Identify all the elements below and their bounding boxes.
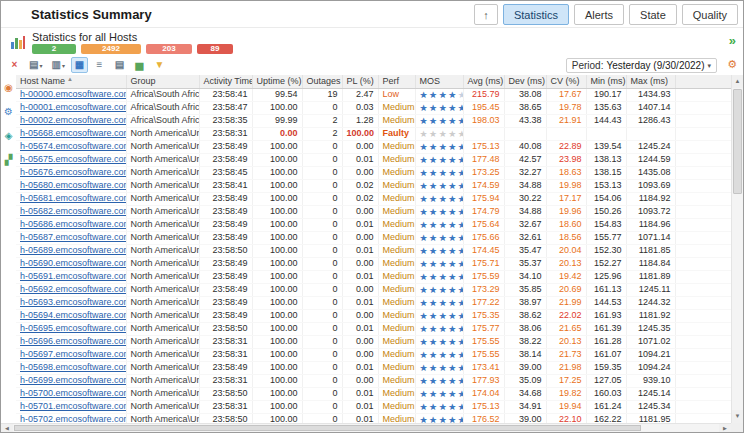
hosts-button[interactable]: ◉ <box>1 75 16 99</box>
host-link[interactable]: h-00001.emcosoftware.com <box>20 102 126 112</box>
badge-medium-count[interactable]: 2492 <box>81 44 141 54</box>
table-row[interactable]: h-05701.emcosoftware.comNorth America\Un… <box>16 400 731 413</box>
host-link[interactable]: h-05692.emcosoftware.com <box>20 284 126 294</box>
tab-alerts[interactable]: Alerts <box>574 4 624 25</box>
host-link[interactable]: h-05699.emcosoftware.com <box>20 375 126 385</box>
horizontal-scrollbar[interactable]: ◀ ▶ <box>1 423 731 432</box>
table-row[interactable]: h-05682.emcosoftware.comNorth America\Un… <box>16 205 731 218</box>
badge-good-count[interactable]: 2 <box>32 44 76 54</box>
host-link[interactable]: h-05686.emcosoftware.com <box>20 219 126 229</box>
vertical-scroll-thumb[interactable] <box>733 89 742 194</box>
table-row[interactable]: h-05698.emcosoftware.comNorth America\Un… <box>16 361 731 374</box>
reports-button[interactable]: ▞ <box>1 147 16 171</box>
column-header-host-name[interactable]: Host Name▲ <box>16 75 126 88</box>
host-link[interactable]: h-00000.emcosoftware.com <box>20 89 126 99</box>
table-row[interactable]: h-05694.emcosoftware.comNorth America\Un… <box>16 309 731 322</box>
delete-button[interactable]: × <box>6 57 23 73</box>
column-header-group[interactable]: Group <box>126 75 199 88</box>
table-row[interactable]: h-05689.emcosoftware.comNorth America\Un… <box>16 244 731 257</box>
report-button[interactable]: » <box>729 33 736 48</box>
column-header-max-ms[interactable]: Max (ms) <box>626 75 675 88</box>
host-link[interactable]: h-05675.emcosoftware.com <box>20 154 126 164</box>
table-row[interactable]: h-05696.emcosoftware.comNorth America\Un… <box>16 335 731 348</box>
filter-button[interactable]: ▼ <box>151 57 168 73</box>
table-row[interactable]: h-00001.emcosoftware.comAfrica\South Afr… <box>16 101 731 114</box>
monitoring-button[interactable]: ◈ <box>1 123 16 147</box>
scroll-right-arrow-icon[interactable]: ▶ <box>719 424 731 432</box>
host-link[interactable]: h-05690.emcosoftware.com <box>20 258 126 268</box>
column-header-pl[interactable]: PL (%) <box>342 75 378 88</box>
table-row[interactable]: h-05675.emcosoftware.comNorth America\Un… <box>16 153 731 166</box>
table-row[interactable]: h-05695.emcosoftware.comNorth America\Un… <box>16 322 731 335</box>
host-link[interactable]: h-05676.emcosoftware.com <box>20 167 126 177</box>
collapse-panel-button[interactable]: ↑ <box>474 4 498 25</box>
host-link[interactable]: h-05668.emcosoftware.com <box>20 128 126 138</box>
host-link[interactable]: h-00002.emcosoftware.com <box>20 115 126 125</box>
settings-button[interactable]: ⚙ <box>1 99 16 123</box>
host-link[interactable]: h-05696.emcosoftware.com <box>20 336 126 346</box>
host-link[interactable]: h-05693.emcosoftware.com <box>20 297 126 307</box>
badge-low-count[interactable]: 203 <box>146 44 192 54</box>
chart-view-button[interactable]: ▅ <box>131 57 148 73</box>
table-row[interactable]: h-05668.emcosoftware.comNorth America\Un… <box>16 127 731 140</box>
list-view-button[interactable]: ≡ <box>91 57 108 73</box>
table-row[interactable]: h-05702.emcosoftware.comNorth America\Un… <box>16 413 731 423</box>
badge-critical-count[interactable]: 89 <box>197 44 233 54</box>
column-header-min-ms[interactable]: Min (ms) <box>586 75 626 88</box>
table-row[interactable]: h-05680.emcosoftware.comNorth America\Un… <box>16 179 731 192</box>
column-header-perf[interactable]: Perf <box>378 75 415 88</box>
table-view-button[interactable]: ▦ <box>71 57 88 73</box>
table-row[interactable]: h-05697.emcosoftware.comNorth America\Un… <box>16 348 731 361</box>
host-link[interactable]: h-05698.emcosoftware.com <box>20 362 126 372</box>
scroll-down-arrow-icon[interactable]: ▼ <box>732 410 743 423</box>
details-view-button[interactable]: ▤ <box>111 57 128 73</box>
host-link[interactable]: h-05702.emcosoftware.com <box>20 414 126 423</box>
host-link[interactable]: h-05701.emcosoftware.com <box>20 401 126 411</box>
row-filler <box>675 322 731 335</box>
settings-button[interactable]: ⚙ <box>727 58 737 71</box>
host-link[interactable]: h-05700.emcosoftware.com <box>20 388 126 398</box>
copy-button[interactable]: ▥▾ <box>48 57 67 73</box>
table-row[interactable]: h-05676.emcosoftware.comNorth America\Un… <box>16 166 731 179</box>
column-header-cv[interactable]: CV (%) <box>546 75 586 88</box>
vertical-scrollbar[interactable]: ▲ ▼ <box>731 75 743 423</box>
tab-quality[interactable]: Quality <box>682 4 738 25</box>
period-selector[interactable]: Period: Yesterday (9/30/2022) ▾ <box>566 58 717 73</box>
table-row[interactable]: h-05691.emcosoftware.comNorth America\Un… <box>16 270 731 283</box>
scroll-left-arrow-icon[interactable]: ◀ <box>1 424 13 432</box>
host-link[interactable]: h-05681.emcosoftware.com <box>20 193 126 203</box>
column-header-avg-ms[interactable]: Avg (ms) <box>463 75 504 88</box>
horizontal-scroll-thumb[interactable] <box>14 425 641 431</box>
host-link[interactable]: h-05694.emcosoftware.com <box>20 310 126 320</box>
host-link[interactable]: h-05680.emcosoftware.com <box>20 180 126 190</box>
column-header-activity-time[interactable]: Activity Time <box>199 75 252 88</box>
host-link[interactable]: h-05687.emcosoftware.com <box>20 232 126 242</box>
table-row[interactable]: h-00000.emcosoftware.comAfrica\South Afr… <box>16 88 731 101</box>
tab-state[interactable]: State <box>629 4 677 25</box>
table-row[interactable]: h-05686.emcosoftware.comNorth America\Un… <box>16 218 731 231</box>
table-row[interactable]: h-00002.emcosoftware.comAfrica\South Afr… <box>16 114 731 127</box>
host-link[interactable]: h-05695.emcosoftware.com <box>20 323 126 333</box>
column-header-dev-ms[interactable]: Dev (ms) <box>504 75 546 88</box>
table-row[interactable]: h-05674.emcosoftware.comNorth America\Un… <box>16 140 731 153</box>
host-link[interactable]: h-05691.emcosoftware.com <box>20 271 126 281</box>
table-row[interactable]: h-05681.emcosoftware.comNorth America\Un… <box>16 192 731 205</box>
tab-statistics[interactable]: Statistics <box>503 4 569 25</box>
table-row[interactable]: h-05692.emcosoftware.comNorth America\Un… <box>16 283 731 296</box>
table-row[interactable]: h-05700.emcosoftware.comNorth America\Un… <box>16 387 731 400</box>
host-link[interactable]: h-05682.emcosoftware.com <box>20 206 126 216</box>
column-header-uptime[interactable]: Uptime (%) <box>252 75 302 88</box>
host-link[interactable]: h-05697.emcosoftware.com <box>20 349 126 359</box>
table-row[interactable]: h-05687.emcosoftware.comNorth America\Un… <box>16 231 731 244</box>
mos-stars: ★★★★★★★★★★ <box>420 323 464 335</box>
column-header-mos[interactable]: MOS <box>415 75 463 88</box>
table-row[interactable]: h-05699.emcosoftware.comNorth America\Un… <box>16 374 731 387</box>
column-header-outages[interactable]: Outages <box>302 75 342 88</box>
max-cell: 1435.08 <box>626 166 675 179</box>
host-link[interactable]: h-05689.emcosoftware.com <box>20 245 126 255</box>
scroll-up-arrow-icon[interactable]: ▲ <box>732 75 743 88</box>
export-button[interactable]: ▤▾ <box>26 57 45 73</box>
host-link[interactable]: h-05674.emcosoftware.com <box>20 141 126 151</box>
table-row[interactable]: h-05690.emcosoftware.comNorth America\Un… <box>16 257 731 270</box>
table-row[interactable]: h-05693.emcosoftware.comNorth America\Un… <box>16 296 731 309</box>
